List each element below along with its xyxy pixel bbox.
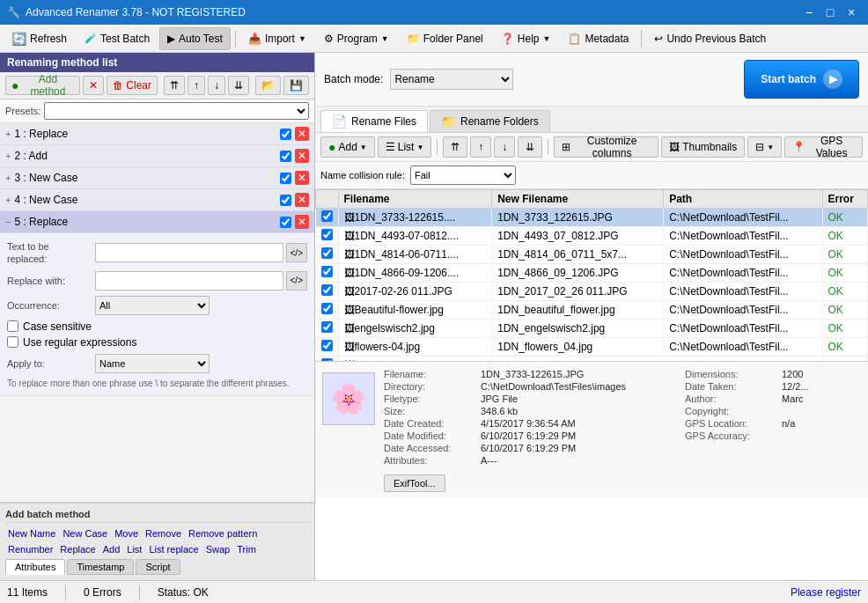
gps-values-button[interactable]: 📍 GPS Values bbox=[784, 136, 863, 158]
add-method-button[interactable]: ● Add method bbox=[5, 76, 80, 95]
method-2-delete[interactable]: ✕ bbox=[295, 149, 309, 163]
undo-batch-button[interactable]: ↩ Undo Previous Batch bbox=[646, 27, 774, 50]
table-row[interactable]: 🖼1DN_4814-06-0711.... 1DN_4814_06_0711_5… bbox=[316, 246, 868, 264]
method-5-delete[interactable]: ✕ bbox=[295, 215, 309, 229]
list-replace-link[interactable]: List replace bbox=[146, 543, 201, 555]
method-3-delete[interactable]: ✕ bbox=[295, 171, 309, 185]
maximize-button[interactable]: □ bbox=[820, 3, 840, 22]
folder-panel-button[interactable]: 📁 Folder Panel bbox=[399, 27, 491, 50]
row-checkbox[interactable] bbox=[321, 266, 333, 277]
row-check-cell[interactable] bbox=[316, 320, 339, 338]
minimize-button[interactable]: − bbox=[799, 3, 819, 22]
clear-button[interactable]: 🗑 Clear bbox=[107, 76, 158, 95]
row-checkbox[interactable] bbox=[321, 303, 333, 314]
list-button[interactable]: ☰ List ▼ bbox=[378, 136, 432, 158]
move-link[interactable]: Move bbox=[112, 527, 141, 540]
remove-link[interactable]: Remove bbox=[143, 527, 184, 540]
method-4-checkbox[interactable] bbox=[280, 195, 291, 206]
method-2-checkbox[interactable] bbox=[280, 151, 291, 162]
customize-columns-button[interactable]: ⊞ Customize columns bbox=[554, 136, 658, 158]
script-tab[interactable]: Script bbox=[136, 559, 180, 575]
table-row[interactable]: 🖼engelswisch2.jpg 1DN_engelswisch2.jpg C… bbox=[316, 320, 868, 338]
table-row[interactable]: 🖼1DN_4493-07-0812.... 1DN_4493_07_0812.J… bbox=[316, 227, 868, 246]
row-check-cell[interactable] bbox=[316, 301, 339, 320]
import-button[interactable]: 📥 Import ▼ bbox=[240, 27, 314, 50]
method-header-2[interactable]: + 2 : Add ✕ bbox=[0, 145, 314, 166]
refresh-button[interactable]: 🔄 Refresh bbox=[4, 27, 75, 50]
trim-link[interactable]: Trim bbox=[234, 543, 259, 555]
test-batch-button[interactable]: 🧪 Test Batch bbox=[77, 27, 158, 50]
row-checkbox[interactable] bbox=[321, 247, 333, 259]
move-top-button[interactable]: ⇈ bbox=[164, 76, 185, 95]
method-4-delete[interactable]: ✕ bbox=[295, 193, 309, 207]
row-check-cell[interactable] bbox=[316, 227, 339, 246]
folder-button[interactable]: 📂 bbox=[255, 76, 281, 95]
down-button[interactable]: ↓ bbox=[494, 136, 515, 158]
auto-test-button[interactable]: ▶ Auto Test bbox=[159, 27, 231, 50]
row-checkbox[interactable] bbox=[321, 321, 333, 333]
row-checkbox[interactable] bbox=[321, 340, 333, 351]
row-check-cell[interactable] bbox=[316, 209, 339, 227]
move-up-button[interactable]: ↑ bbox=[188, 76, 205, 95]
up-button[interactable]: ↑ bbox=[470, 136, 491, 158]
save-button[interactable]: 💾 bbox=[283, 76, 309, 95]
method-1-checkbox[interactable] bbox=[280, 129, 291, 140]
list-link[interactable]: List bbox=[124, 543, 144, 555]
move-down-files-button[interactable]: ⇊ bbox=[518, 136, 542, 158]
replace-with-input[interactable]: 1DN bbox=[95, 271, 283, 290]
move-up-files-button[interactable]: ⇈ bbox=[443, 136, 467, 158]
new-name-link[interactable]: New Name bbox=[5, 527, 58, 540]
exif-tool-button[interactable]: ExifTool... bbox=[384, 474, 445, 492]
text-replace-input[interactable]: 1DN_1DN bbox=[95, 243, 283, 262]
method-3-checkbox[interactable] bbox=[280, 173, 291, 184]
row-check-cell[interactable] bbox=[316, 338, 339, 357]
table-row[interactable]: 🖼1DN_4866-09-1206.... 1DN_4866_09_1206.J… bbox=[316, 264, 868, 283]
close-button[interactable]: × bbox=[842, 3, 861, 22]
row-checkbox[interactable] bbox=[321, 229, 333, 240]
case-sensitive-checkbox[interactable] bbox=[7, 320, 18, 332]
method-header-3[interactable]: + 3 : New Case ✕ bbox=[0, 167, 314, 188]
method-header-1[interactable]: + 1 : Replace ✕ bbox=[0, 123, 314, 144]
method-header-4[interactable]: + 4 : New Case ✕ bbox=[0, 189, 314, 210]
remove-method-button[interactable]: ✕ bbox=[83, 76, 104, 95]
swap-link[interactable]: Swap bbox=[203, 543, 233, 555]
move-bottom-button[interactable]: ⇊ bbox=[228, 76, 249, 95]
batch-mode-select[interactable]: Rename Copy Move bbox=[390, 69, 513, 90]
row-checkbox[interactable] bbox=[321, 284, 333, 296]
move-down-button[interactable]: ↓ bbox=[208, 76, 225, 95]
occurrence-select[interactable]: All First Last bbox=[95, 296, 210, 315]
table-row[interactable]: 🖼Beautiful-flower.jpg 1DN_beautiful_flow… bbox=[316, 301, 868, 320]
table-row[interactable]: 🖼1DN_3733-122615.... 1DN_3733_122615.JPG… bbox=[316, 209, 868, 227]
new-case-link[interactable]: New Case bbox=[60, 527, 110, 540]
register-link[interactable]: Please register bbox=[791, 586, 861, 599]
thumbnails-button[interactable]: 🖼 Thumbnails bbox=[661, 136, 745, 158]
method-header-5[interactable]: − 5 : Replace ✕ bbox=[0, 211, 314, 232]
method-1-delete[interactable]: ✕ bbox=[295, 127, 309, 141]
replace-link[interactable]: Replace bbox=[57, 543, 98, 555]
add-link[interactable]: Add bbox=[100, 543, 123, 555]
method-5-checkbox[interactable] bbox=[280, 217, 291, 228]
row-check-cell[interactable] bbox=[316, 264, 339, 283]
table-row[interactable]: 🖼flowers-04.jpg 1DN_flowers_04.jpg C:\Ne… bbox=[316, 338, 868, 357]
program-button[interactable]: ⚙ Program ▼ bbox=[316, 27, 397, 50]
presets-select[interactable] bbox=[44, 102, 309, 120]
apply-to-select[interactable]: Name Extension Name and Extension bbox=[95, 354, 210, 373]
row-check-cell[interactable] bbox=[316, 246, 339, 264]
row-check-cell[interactable] bbox=[316, 283, 339, 301]
collision-select[interactable]: Fail Skip Overwrite Rename bbox=[410, 165, 516, 185]
replace-with-code-button[interactable]: </> bbox=[286, 271, 307, 290]
remove-pattern-link[interactable]: Remove pattern bbox=[186, 527, 260, 540]
rename-files-tab[interactable]: 📄 Rename Files bbox=[320, 110, 428, 132]
rename-folders-tab[interactable]: 📁 Rename Folders bbox=[430, 110, 550, 132]
row-checkbox[interactable] bbox=[321, 210, 333, 222]
start-batch-button[interactable]: Start batch ▶ bbox=[744, 60, 859, 99]
table-row[interactable]: 🖼2017-02-26 011.JPG 1DN_2017_02_26 011.J… bbox=[316, 283, 868, 301]
help-button[interactable]: ❓ Help ▼ bbox=[493, 27, 559, 50]
regex-checkbox[interactable] bbox=[7, 336, 18, 348]
attributes-tab[interactable]: Attributes bbox=[5, 559, 65, 575]
renumber-link[interactable]: Renumber bbox=[5, 543, 55, 555]
text-replace-code-button[interactable]: </> bbox=[286, 243, 307, 262]
metadata-button[interactable]: 📋 Metadata bbox=[560, 27, 636, 50]
sort-button[interactable]: ⊟ ▼ bbox=[747, 136, 782, 158]
timestamp-tab[interactable]: Timestamp bbox=[67, 559, 134, 575]
